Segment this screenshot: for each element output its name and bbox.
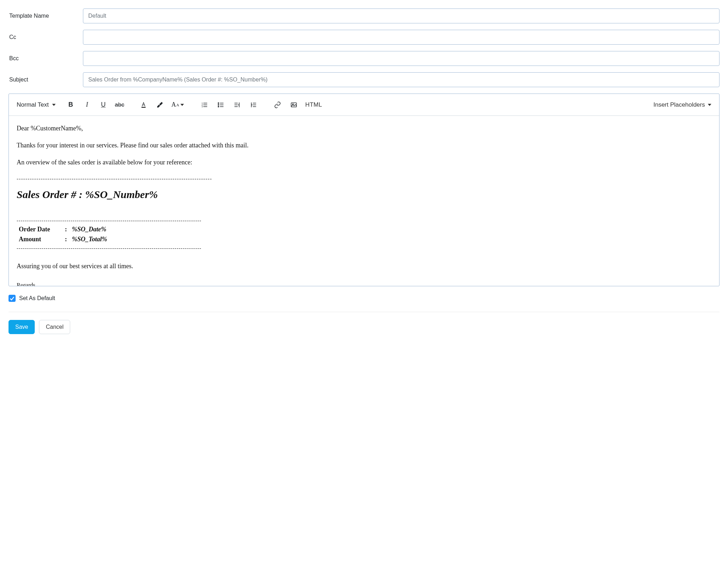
- bcc-input[interactable]: [83, 51, 719, 66]
- body-intro1: Thanks for your interest in our services…: [17, 141, 711, 151]
- image-button[interactable]: [289, 100, 299, 110]
- cc-label: Cc: [9, 34, 83, 40]
- text-style-dropdown[interactable]: Normal Text: [17, 101, 56, 108]
- insert-placeholders-dropdown[interactable]: Insert Placeholders: [653, 101, 711, 108]
- indent-button[interactable]: [232, 100, 242, 110]
- outdent-icon: [250, 101, 257, 108]
- editor-body[interactable]: Dear %CustomerName%, Thanks for your int…: [9, 116, 719, 286]
- body-amount-label: Amount: [19, 235, 65, 244]
- link-button[interactable]: [273, 100, 282, 110]
- subject-label: Subject: [9, 77, 83, 83]
- cancel-button[interactable]: Cancel: [39, 320, 70, 334]
- chevron-down-icon: [180, 104, 184, 106]
- body-divider-small-2: ----------------------------------------…: [17, 244, 711, 252]
- image-icon: [290, 101, 297, 108]
- ordered-list-button[interactable]: 123: [200, 100, 209, 110]
- text-style-label: Normal Text: [17, 101, 49, 108]
- body-closing: Assuring you of our best services at all…: [17, 261, 711, 271]
- bold-button[interactable]: B: [66, 100, 75, 110]
- font-color-icon: [140, 101, 147, 108]
- set-default-label: Set As Default: [19, 295, 55, 302]
- body-order-date-value: %SO_Date%: [72, 225, 106, 235]
- template-name-label: Template Name: [9, 13, 83, 19]
- svg-text:3: 3: [202, 105, 203, 107]
- check-icon: [9, 295, 15, 302]
- body-intro2: An overview of the sales order is availa…: [17, 158, 711, 168]
- highlight-icon: [156, 101, 163, 108]
- svg-point-8: [218, 104, 219, 105]
- insert-placeholders-label: Insert Placeholders: [653, 101, 705, 108]
- save-button[interactable]: Save: [9, 320, 35, 334]
- body-divider: ----------------------------------------…: [17, 175, 711, 183]
- svg-point-7: [218, 102, 219, 103]
- outdent-button[interactable]: [248, 100, 258, 110]
- svg-point-9: [218, 106, 219, 107]
- italic-button[interactable]: I: [82, 100, 92, 110]
- body-divider-small-1: ----------------------------------------…: [17, 217, 711, 225]
- body-greeting: Dear %CustomerName%,: [17, 124, 711, 134]
- template-name-input[interactable]: [83, 9, 719, 23]
- unordered-list-button[interactable]: [216, 100, 226, 110]
- cc-input[interactable]: [83, 30, 719, 45]
- svg-rect-0: [142, 107, 146, 107]
- highlight-button[interactable]: [155, 100, 165, 110]
- chevron-down-icon: [708, 104, 711, 106]
- indent-icon: [234, 101, 241, 108]
- subject-input[interactable]: [83, 72, 719, 87]
- font-size-dropdown[interactable]: AA: [171, 100, 184, 110]
- body-regards-partial: Regards: [17, 281, 711, 286]
- body-order-date-label: Order Date: [19, 225, 65, 235]
- strikethrough-button[interactable]: abc: [114, 100, 124, 110]
- editor-container: Normal Text B I U abc AA 123: [9, 94, 719, 286]
- bcc-label: Bcc: [9, 55, 83, 62]
- unordered-list-icon: [217, 101, 224, 108]
- ordered-list-icon: 123: [201, 101, 208, 108]
- chevron-down-icon: [52, 104, 56, 106]
- editor-toolbar: Normal Text B I U abc AA 123: [9, 94, 719, 116]
- underline-button[interactable]: U: [98, 100, 108, 110]
- set-default-checkbox[interactable]: [9, 295, 16, 302]
- link-icon: [274, 101, 281, 108]
- body-amount-value: %SO_Total%: [72, 235, 107, 244]
- body-heading: Sales Order # : %SO_Number%: [17, 186, 711, 203]
- font-color-button[interactable]: [139, 100, 149, 110]
- html-button[interactable]: HTML: [305, 101, 322, 108]
